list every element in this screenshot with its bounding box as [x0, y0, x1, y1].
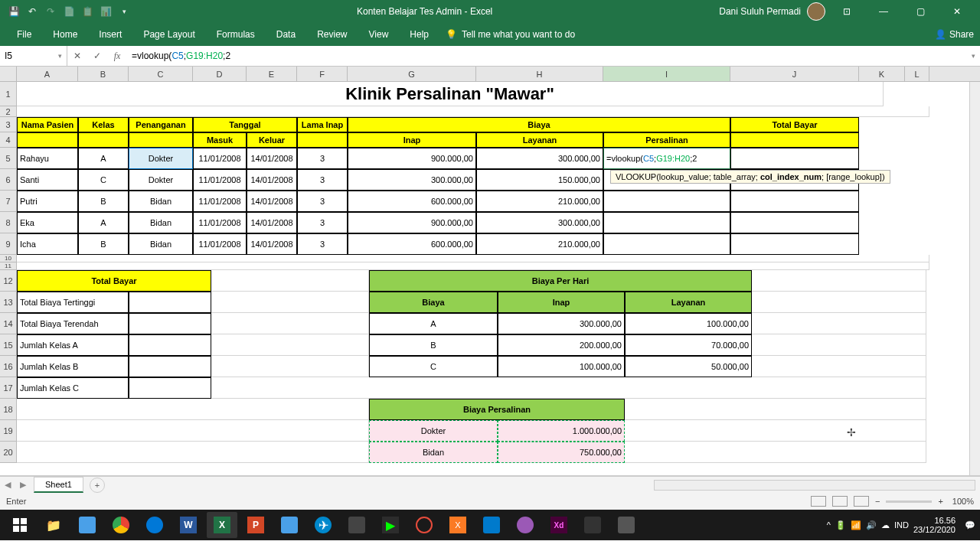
- xd-icon[interactable]: Xd: [544, 512, 574, 538]
- app-icon[interactable]: ▶: [375, 512, 406, 538]
- col-j[interactable]: J: [730, 67, 859, 81]
- undo-icon[interactable]: ↶: [26, 5, 38, 18]
- share-button[interactable]: 👤 Share: [935, 29, 974, 40]
- row-1[interactable]: 1: [0, 82, 17, 106]
- fx-icon[interactable]: fx: [107, 51, 127, 62]
- formula-input[interactable]: =vlookup(C5;G19:H20;2: [127, 51, 967, 61]
- tray-lang[interactable]: IND: [894, 520, 909, 530]
- row-2[interactable]: 2: [0, 106, 17, 117]
- row-19[interactable]: 19: [0, 420, 17, 442]
- clock[interactable]: 16.56 23/12/2020: [913, 516, 960, 534]
- row-8[interactable]: 8: [0, 212, 17, 233]
- save-icon[interactable]: 💾: [8, 5, 20, 18]
- xampp-icon[interactable]: X: [443, 512, 473, 538]
- zoom-level[interactable]: 100%: [952, 497, 974, 506]
- ribbon-options-icon[interactable]: ⊡: [831, 0, 862, 23]
- tab-nav-next[interactable]: ▶: [15, 480, 31, 490]
- grid[interactable]: 1 Klinik Persalinan "Mawar" 2 3 Nama Pas…: [0, 82, 980, 463]
- col-a[interactable]: A: [17, 67, 78, 81]
- row-6[interactable]: 6: [0, 169, 17, 191]
- add-sheet-button[interactable]: +: [90, 478, 105, 493]
- row-17[interactable]: 17: [0, 377, 17, 399]
- qat-dropdown-icon[interactable]: ▾: [118, 5, 130, 18]
- col-f[interactable]: F: [297, 67, 348, 81]
- redo-icon[interactable]: ↷: [44, 5, 57, 18]
- chevron-down-icon[interactable]: ▾: [58, 52, 62, 60]
- tab-nav-prev[interactable]: ◀: [0, 480, 15, 490]
- vscode-icon[interactable]: [476, 512, 507, 538]
- qat-icon[interactable]: 📊: [100, 5, 112, 18]
- row-15[interactable]: 15: [0, 334, 17, 356]
- cancel-icon[interactable]: ✕: [67, 51, 87, 61]
- qat-icon[interactable]: 📋: [81, 5, 93, 18]
- ref-h20[interactable]: 750.000,00: [498, 442, 625, 463]
- pagelayout-view-icon[interactable]: [832, 496, 848, 507]
- qat-icon[interactable]: 📄: [63, 5, 75, 18]
- close-icon[interactable]: ✕: [942, 0, 972, 23]
- ref-c5[interactable]: Dokter: [129, 148, 193, 169]
- tray-chevron-icon[interactable]: ^: [827, 520, 831, 530]
- minimize-icon[interactable]: —: [868, 0, 899, 23]
- row-12[interactable]: 12: [0, 270, 17, 292]
- name-box[interactable]: I5 ▾: [0, 46, 67, 66]
- pagebreak-view-icon[interactable]: [854, 496, 869, 507]
- row-9[interactable]: 9: [0, 233, 17, 255]
- row-16[interactable]: 16: [0, 356, 17, 377]
- col-d[interactable]: D: [193, 67, 247, 81]
- col-e[interactable]: E: [247, 67, 297, 81]
- enter-icon[interactable]: ✓: [87, 51, 107, 61]
- telegram-icon[interactable]: ✈: [308, 512, 338, 538]
- tab-help[interactable]: Help: [399, 24, 439, 44]
- powerpoint-icon[interactable]: P: [240, 512, 271, 538]
- battery-icon[interactable]: 🔋: [835, 520, 846, 530]
- tab-formulas[interactable]: Formulas: [206, 24, 266, 44]
- chrome-icon[interactable]: [106, 512, 136, 538]
- tab-data[interactable]: Data: [266, 24, 306, 44]
- tab-file[interactable]: File: [6, 24, 42, 44]
- app-icon[interactable]: [341, 512, 372, 538]
- edge-icon[interactable]: [139, 512, 170, 538]
- col-c[interactable]: C: [129, 67, 193, 81]
- zoom-out-icon[interactable]: −: [875, 497, 880, 506]
- row-7[interactable]: 7: [0, 191, 17, 212]
- row-11[interactable]: 11: [0, 262, 17, 270]
- tellme[interactable]: 💡 Tell me what you want to do: [446, 29, 575, 40]
- wifi-icon[interactable]: 📶: [851, 520, 861, 530]
- row-18[interactable]: 18: [0, 399, 17, 420]
- active-cell[interactable]: =vlookup(C5;G19:H20;2 VLOOKUP(lookup_val…: [603, 148, 730, 169]
- tab-pagelayout[interactable]: Page Layout: [132, 24, 205, 44]
- app-icon[interactable]: [611, 512, 642, 538]
- excel-icon[interactable]: X: [207, 512, 237, 538]
- col-g[interactable]: G: [348, 67, 476, 81]
- row-13[interactable]: 13: [0, 292, 17, 313]
- app-icon[interactable]: [409, 512, 439, 538]
- app-icon[interactable]: [510, 512, 541, 538]
- col-b[interactable]: B: [78, 67, 129, 81]
- ref-g19[interactable]: Dokter: [369, 420, 498, 442]
- row-20[interactable]: 20: [0, 442, 17, 463]
- tab-insert[interactable]: Insert: [88, 24, 132, 44]
- col-l[interactable]: L: [905, 67, 929, 81]
- start-button[interactable]: [5, 512, 35, 538]
- col-i[interactable]: I: [603, 67, 730, 81]
- onedrive-icon[interactable]: ☁: [881, 520, 890, 530]
- row-10[interactable]: 10: [0, 255, 17, 262]
- explorer-icon[interactable]: 📁: [38, 512, 69, 538]
- row-3[interactable]: 3: [0, 117, 17, 132]
- row-14[interactable]: 14: [0, 313, 17, 334]
- app-icon[interactable]: [274, 512, 305, 538]
- tab-review[interactable]: Review: [306, 24, 358, 44]
- notifications-icon[interactable]: 💬: [965, 520, 975, 530]
- col-k[interactable]: K: [859, 67, 905, 81]
- tab-view[interactable]: View: [358, 24, 400, 44]
- horizontal-scrollbar[interactable]: [654, 480, 975, 491]
- normal-view-icon[interactable]: [811, 496, 826, 507]
- app-icon[interactable]: [577, 512, 608, 538]
- volume-icon[interactable]: 🔊: [866, 520, 877, 530]
- avatar[interactable]: [807, 2, 825, 21]
- maximize-icon[interactable]: ▢: [905, 0, 936, 23]
- tab-home[interactable]: Home: [42, 24, 88, 44]
- zoom-slider[interactable]: [886, 500, 932, 503]
- row-4[interactable]: 4: [0, 132, 17, 148]
- select-all[interactable]: [0, 67, 17, 81]
